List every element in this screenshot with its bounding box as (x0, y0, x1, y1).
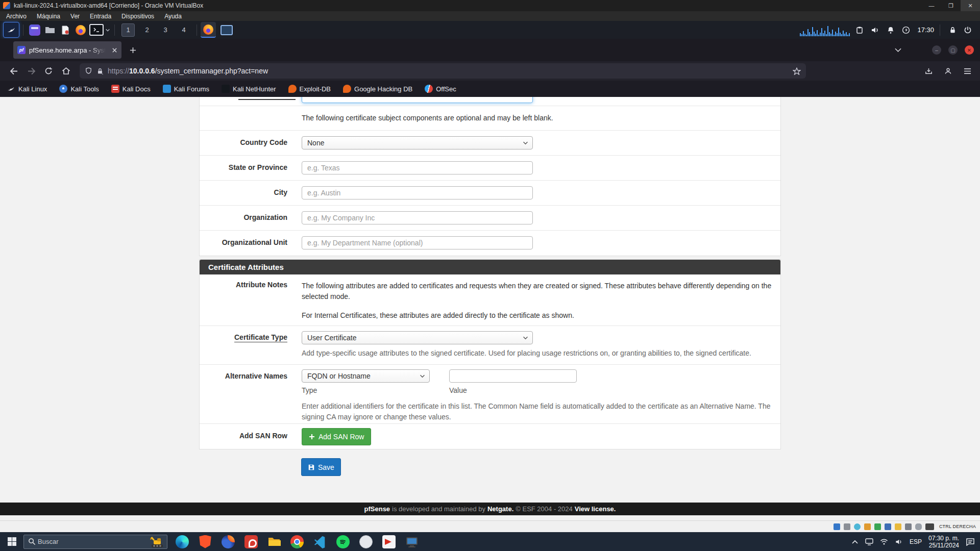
account-icon[interactable] (939, 63, 957, 79)
list-all-tabs-button[interactable] (895, 48, 901, 53)
notifications-bell-icon[interactable] (887, 26, 895, 34)
vm-shared-folders-icon[interactable] (895, 523, 901, 530)
vm-window-icon[interactable] (405, 535, 419, 548)
kali-menu-button[interactable] (3, 22, 19, 38)
workspace-4[interactable]: 4 (178, 24, 190, 36)
certificate-type-select[interactable]: User Certificate (302, 331, 533, 344)
logout-icon[interactable] (964, 26, 972, 34)
text-editor-launcher[interactable] (58, 22, 73, 37)
bookmark-kali-nethunter[interactable]: Kali NetHunter (222, 85, 276, 93)
vm-usb-icon[interactable] (885, 523, 891, 530)
reload-button[interactable] (40, 63, 57, 79)
virtualbox-vm-icon (3, 2, 10, 9)
taskbar-firefox-window[interactable] (201, 22, 216, 38)
menu-ver[interactable]: Ver (70, 13, 80, 20)
file-explorer-icon[interactable] (267, 535, 281, 548)
media-app-icon[interactable] (382, 535, 396, 548)
bookmark-kali-linux[interactable]: Kali Linux (7, 85, 47, 93)
file-manager-launcher[interactable] (27, 22, 42, 37)
tray-monitor-icon[interactable] (865, 538, 873, 545)
netgate-link[interactable]: Netgate. (487, 505, 513, 513)
folder-launcher[interactable] (42, 22, 58, 37)
vm-network-icon[interactable] (874, 523, 881, 530)
firefox-navbar: https://10.0.0.6/system_certmanager.php?… (0, 61, 980, 81)
firefox-icon (76, 25, 86, 35)
firefox-launcher[interactable] (73, 22, 88, 37)
bookmark-kali-tools[interactable]: Kali Tools (59, 85, 99, 93)
maximize-button[interactable]: ❐ (941, 0, 961, 11)
vm-display-icon[interactable] (834, 523, 840, 530)
vscode-icon[interactable] (313, 535, 327, 548)
light-app-icon[interactable] (359, 535, 373, 548)
tray-volume-icon[interactable] (895, 538, 903, 545)
san-value-input[interactable] (449, 369, 577, 383)
new-tab-button[interactable] (130, 47, 136, 54)
home-button[interactable] (57, 63, 75, 79)
hamburger-menu-icon[interactable] (959, 63, 976, 79)
tab-pfsense[interactable]: pf pfSense.home.arpa - Syst (13, 41, 121, 59)
tray-chevron-up-icon[interactable] (851, 539, 859, 544)
menu-archivo[interactable]: Archivo (6, 13, 27, 20)
menu-ayuda[interactable]: Ayuda (164, 13, 182, 20)
country-code-select[interactable]: None (302, 136, 533, 149)
workspace-1[interactable]: 1 (121, 23, 135, 37)
workspace-3[interactable]: 3 (159, 24, 172, 36)
vm-keyboard-icon[interactable] (925, 523, 934, 530)
window-minimize-button[interactable]: – (932, 45, 941, 55)
bookmark-kali-docs[interactable]: Kali Docs (111, 85, 151, 93)
workspace-2[interactable]: 2 (141, 24, 153, 36)
bookmark-star-icon[interactable] (793, 67, 801, 75)
lock-screen-icon[interactable] (949, 26, 957, 34)
save-to-pocket-icon[interactable] (920, 63, 937, 79)
vm-harddisk-icon[interactable] (844, 523, 850, 530)
bookmark-google-hacking-db[interactable]: Google Hacking DB (343, 85, 412, 93)
clipboard-icon[interactable] (855, 26, 864, 34)
vm-mouse-icon[interactable] (915, 523, 922, 530)
window-close-button[interactable]: ✕ (965, 45, 974, 55)
tracking-shield-icon[interactable] (85, 67, 92, 75)
menu-entrada[interactable]: Entrada (90, 13, 111, 20)
brave-icon[interactable] (199, 535, 212, 548)
san-type-select[interactable]: FQDN or Hostname (302, 369, 430, 383)
search-box[interactable]: Buscar (23, 535, 167, 549)
spotify-icon[interactable] (336, 535, 350, 548)
taskbar-clock[interactable]: 07:30 p. m. 25/11/2024 (928, 535, 959, 549)
vm-recording-icon[interactable] (905, 523, 912, 530)
common-name-input[interactable] (302, 97, 533, 103)
language-indicator[interactable]: ESP (910, 538, 922, 545)
edge-icon[interactable] (176, 535, 189, 548)
view-license-link[interactable]: View license. (575, 505, 616, 513)
power-manager-icon[interactable] (902, 26, 910, 34)
organization-input[interactable] (302, 211, 533, 224)
organizational-unit-input[interactable] (302, 236, 533, 249)
close-button[interactable]: ✕ (961, 0, 980, 11)
city-input[interactable] (302, 186, 533, 199)
bookmark-exploit-db[interactable]: Exploit-DB (288, 85, 331, 93)
url-bar[interactable]: https://10.0.0.6/system_certmanager.php?… (80, 63, 806, 79)
tab-close-icon[interactable] (112, 47, 117, 53)
start-button[interactable] (0, 532, 23, 551)
terminal-launcher[interactable] (88, 22, 111, 37)
connection-lock-icon[interactable] (96, 67, 104, 75)
volume-icon[interactable] (871, 26, 879, 34)
add-san-row-button[interactable]: Add SAN Row (302, 428, 371, 445)
search-highlight-excavator-icon[interactable] (150, 535, 166, 548)
taskbar-app-window[interactable] (219, 22, 234, 37)
minimize-button[interactable]: — (922, 0, 941, 11)
back-button[interactable] (5, 63, 22, 79)
vm-optical-disk-icon[interactable] (854, 523, 861, 530)
forward-button[interactable] (22, 63, 40, 79)
vm-audio-icon[interactable] (864, 523, 871, 530)
bookmark-offsec[interactable]: OffSec (425, 85, 456, 93)
menu-dispositivos[interactable]: Dispositivos (121, 13, 154, 20)
notification-center-icon[interactable] (966, 538, 975, 546)
red-app-icon[interactable] (244, 535, 258, 548)
firefox-dark-icon[interactable] (222, 535, 235, 548)
tray-network-icon[interactable] (880, 538, 888, 545)
bookmark-kali-forums[interactable]: Kali Forums (163, 85, 209, 93)
chrome-icon[interactable] (290, 535, 304, 548)
save-button[interactable]: Save (301, 458, 341, 476)
menu-maquina[interactable]: Máquina (37, 13, 60, 20)
window-maximize-button[interactable]: ▢ (948, 45, 958, 55)
state-input[interactable] (302, 161, 533, 174)
